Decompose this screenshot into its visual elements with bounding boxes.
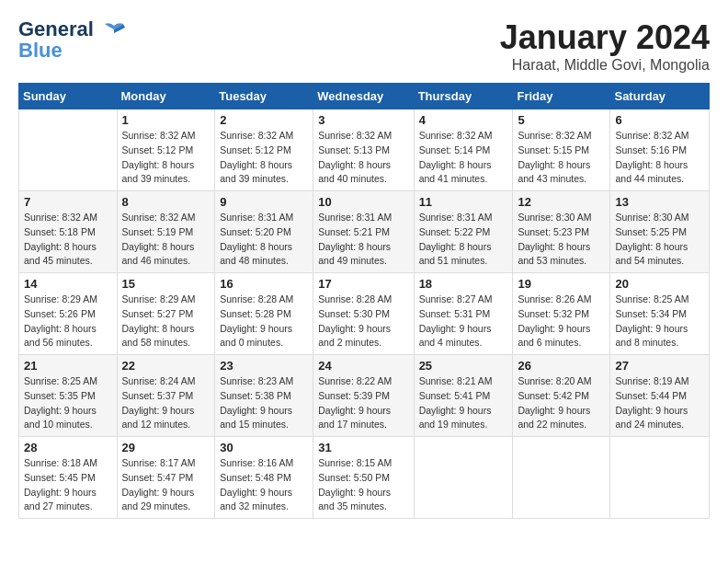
day-number: 23 bbox=[220, 359, 308, 373]
day-number: 26 bbox=[518, 359, 605, 373]
week-row-3: 14Sunrise: 8:29 AMSunset: 5:26 PMDayligh… bbox=[19, 273, 710, 355]
day-number: 24 bbox=[318, 359, 408, 373]
day-detail: Sunrise: 8:16 AMSunset: 5:48 PMDaylight:… bbox=[220, 456, 308, 514]
calendar-cell: 8Sunrise: 8:32 AMSunset: 5:19 PMDaylight… bbox=[117, 191, 215, 273]
day-detail: Sunrise: 8:28 AMSunset: 5:28 PMDaylight:… bbox=[220, 293, 308, 350]
calendar-cell: 15Sunrise: 8:29 AMSunset: 5:27 PMDayligh… bbox=[117, 273, 215, 355]
weekday-header-thursday: Thursday bbox=[414, 84, 513, 109]
calendar-cell: 4Sunrise: 8:32 AMSunset: 5:14 PMDaylight… bbox=[414, 109, 513, 191]
day-detail: Sunrise: 8:21 AMSunset: 5:41 PMDaylight:… bbox=[419, 374, 508, 432]
logo-bird-icon bbox=[101, 22, 127, 39]
calendar-body: 1Sunrise: 8:32 AMSunset: 5:12 PMDaylight… bbox=[19, 109, 710, 519]
calendar-cell: 5Sunrise: 8:32 AMSunset: 5:15 PMDaylight… bbox=[513, 109, 610, 191]
calendar-subtitle: Haraat, Middle Govi, Mongolia bbox=[500, 57, 710, 74]
day-detail: Sunrise: 8:20 AMSunset: 5:42 PMDaylight:… bbox=[518, 374, 605, 432]
calendar-cell: 11Sunrise: 8:31 AMSunset: 5:22 PMDayligh… bbox=[414, 191, 513, 273]
weekday-header-friday: Friday bbox=[513, 84, 610, 109]
calendar-cell: 30Sunrise: 8:16 AMSunset: 5:48 PMDayligh… bbox=[215, 437, 313, 519]
day-detail: Sunrise: 8:32 AMSunset: 5:13 PMDaylight:… bbox=[318, 129, 408, 187]
weekday-header-row: SundayMondayTuesdayWednesdayThursdayFrid… bbox=[19, 84, 710, 109]
calendar-cell: 25Sunrise: 8:21 AMSunset: 5:41 PMDayligh… bbox=[414, 355, 513, 437]
day-detail: Sunrise: 8:31 AMSunset: 5:20 PMDaylight:… bbox=[220, 211, 308, 269]
day-number: 17 bbox=[318, 277, 408, 291]
logo: General Blue bbox=[18, 18, 127, 63]
day-number: 14 bbox=[24, 277, 112, 291]
week-row-1: 1Sunrise: 8:32 AMSunset: 5:12 PMDaylight… bbox=[19, 109, 710, 191]
day-detail: Sunrise: 8:19 AMSunset: 5:44 PMDaylight:… bbox=[615, 374, 704, 432]
weekday-header-saturday: Saturday bbox=[610, 84, 710, 109]
calendar-cell: 6Sunrise: 8:32 AMSunset: 5:16 PMDaylight… bbox=[610, 109, 710, 191]
calendar-cell: 26Sunrise: 8:20 AMSunset: 5:42 PMDayligh… bbox=[513, 355, 610, 437]
day-number: 10 bbox=[318, 195, 408, 209]
day-number: 8 bbox=[122, 195, 210, 209]
day-number: 27 bbox=[615, 359, 704, 373]
day-detail: Sunrise: 8:30 AMSunset: 5:23 PMDaylight:… bbox=[518, 211, 605, 269]
day-detail: Sunrise: 8:29 AMSunset: 5:27 PMDaylight:… bbox=[122, 293, 210, 350]
calendar-cell: 22Sunrise: 8:24 AMSunset: 5:37 PMDayligh… bbox=[117, 355, 215, 437]
day-detail: Sunrise: 8:23 AMSunset: 5:38 PMDaylight:… bbox=[220, 374, 308, 432]
day-detail: Sunrise: 8:26 AMSunset: 5:32 PMDaylight:… bbox=[518, 293, 605, 350]
day-number: 7 bbox=[24, 195, 112, 209]
day-number: 30 bbox=[220, 441, 308, 454]
day-detail: Sunrise: 8:30 AMSunset: 5:25 PMDaylight:… bbox=[615, 211, 704, 269]
day-number: 2 bbox=[220, 113, 308, 127]
logo-text: General bbox=[18, 18, 127, 40]
calendar-cell: 18Sunrise: 8:27 AMSunset: 5:31 PMDayligh… bbox=[414, 273, 513, 355]
calendar-cell: 14Sunrise: 8:29 AMSunset: 5:26 PMDayligh… bbox=[19, 273, 118, 355]
day-number: 31 bbox=[318, 441, 408, 454]
day-number: 9 bbox=[220, 195, 308, 209]
header: General Blue January 2024 Haraat, Middle… bbox=[18, 18, 710, 74]
day-detail: Sunrise: 8:18 AMSunset: 5:45 PMDaylight:… bbox=[24, 456, 112, 514]
day-number: 29 bbox=[122, 441, 210, 454]
weekday-header-tuesday: Tuesday bbox=[215, 84, 313, 109]
calendar-cell: 29Sunrise: 8:17 AMSunset: 5:47 PMDayligh… bbox=[117, 437, 215, 519]
day-number: 11 bbox=[419, 195, 508, 209]
calendar-cell: 13Sunrise: 8:30 AMSunset: 5:25 PMDayligh… bbox=[610, 191, 710, 273]
calendar-cell: 9Sunrise: 8:31 AMSunset: 5:20 PMDaylight… bbox=[215, 191, 313, 273]
day-detail: Sunrise: 8:27 AMSunset: 5:31 PMDaylight:… bbox=[419, 293, 508, 350]
calendar-table: SundayMondayTuesdayWednesdayThursdayFrid… bbox=[18, 83, 710, 519]
day-number: 22 bbox=[122, 359, 210, 373]
calendar-header: SundayMondayTuesdayWednesdayThursdayFrid… bbox=[19, 84, 710, 109]
calendar-cell: 3Sunrise: 8:32 AMSunset: 5:13 PMDaylight… bbox=[313, 109, 414, 191]
day-number: 4 bbox=[419, 113, 508, 127]
calendar-cell: 23Sunrise: 8:23 AMSunset: 5:38 PMDayligh… bbox=[215, 355, 313, 437]
day-detail: Sunrise: 8:32 AMSunset: 5:18 PMDaylight:… bbox=[24, 211, 112, 269]
calendar-cell: 2Sunrise: 8:32 AMSunset: 5:12 PMDaylight… bbox=[215, 109, 313, 191]
calendar-cell: 20Sunrise: 8:25 AMSunset: 5:34 PMDayligh… bbox=[610, 273, 710, 355]
day-number: 18 bbox=[419, 277, 508, 291]
logo-blue-text: Blue bbox=[18, 39, 63, 63]
calendar-cell: 12Sunrise: 8:30 AMSunset: 5:23 PMDayligh… bbox=[513, 191, 610, 273]
calendar-cell bbox=[610, 437, 710, 519]
calendar-cell: 21Sunrise: 8:25 AMSunset: 5:35 PMDayligh… bbox=[19, 355, 118, 437]
week-row-5: 28Sunrise: 8:18 AMSunset: 5:45 PMDayligh… bbox=[19, 437, 710, 519]
day-number: 13 bbox=[615, 195, 704, 209]
day-detail: Sunrise: 8:24 AMSunset: 5:37 PMDaylight:… bbox=[122, 374, 210, 432]
day-number: 6 bbox=[615, 113, 704, 127]
day-number: 15 bbox=[122, 277, 210, 291]
day-detail: Sunrise: 8:17 AMSunset: 5:47 PMDaylight:… bbox=[122, 456, 210, 514]
day-number: 19 bbox=[518, 277, 605, 291]
day-detail: Sunrise: 8:32 AMSunset: 5:12 PMDaylight:… bbox=[122, 129, 210, 187]
day-detail: Sunrise: 8:31 AMSunset: 5:22 PMDaylight:… bbox=[419, 211, 508, 269]
calendar-cell bbox=[414, 437, 513, 519]
day-number: 20 bbox=[615, 277, 704, 291]
week-row-4: 21Sunrise: 8:25 AMSunset: 5:35 PMDayligh… bbox=[19, 355, 710, 437]
week-row-2: 7Sunrise: 8:32 AMSunset: 5:18 PMDaylight… bbox=[19, 191, 710, 273]
day-detail: Sunrise: 8:32 AMSunset: 5:16 PMDaylight:… bbox=[615, 129, 704, 187]
day-detail: Sunrise: 8:25 AMSunset: 5:34 PMDaylight:… bbox=[615, 293, 704, 350]
day-detail: Sunrise: 8:29 AMSunset: 5:26 PMDaylight:… bbox=[24, 293, 112, 350]
weekday-header-monday: Monday bbox=[117, 84, 215, 109]
calendar-cell: 16Sunrise: 8:28 AMSunset: 5:28 PMDayligh… bbox=[215, 273, 313, 355]
day-detail: Sunrise: 8:15 AMSunset: 5:50 PMDaylight:… bbox=[318, 456, 408, 514]
calendar-cell: 17Sunrise: 8:28 AMSunset: 5:30 PMDayligh… bbox=[313, 273, 414, 355]
calendar-cell: 7Sunrise: 8:32 AMSunset: 5:18 PMDaylight… bbox=[19, 191, 118, 273]
day-number: 16 bbox=[220, 277, 308, 291]
calendar-cell: 19Sunrise: 8:26 AMSunset: 5:32 PMDayligh… bbox=[513, 273, 610, 355]
day-detail: Sunrise: 8:32 AMSunset: 5:14 PMDaylight:… bbox=[419, 129, 508, 187]
title-area: January 2024 Haraat, Middle Govi, Mongol… bbox=[500, 18, 710, 74]
day-detail: Sunrise: 8:28 AMSunset: 5:30 PMDaylight:… bbox=[318, 293, 408, 350]
weekday-header-wednesday: Wednesday bbox=[313, 84, 414, 109]
day-number: 5 bbox=[518, 113, 605, 127]
day-number: 1 bbox=[122, 113, 210, 127]
